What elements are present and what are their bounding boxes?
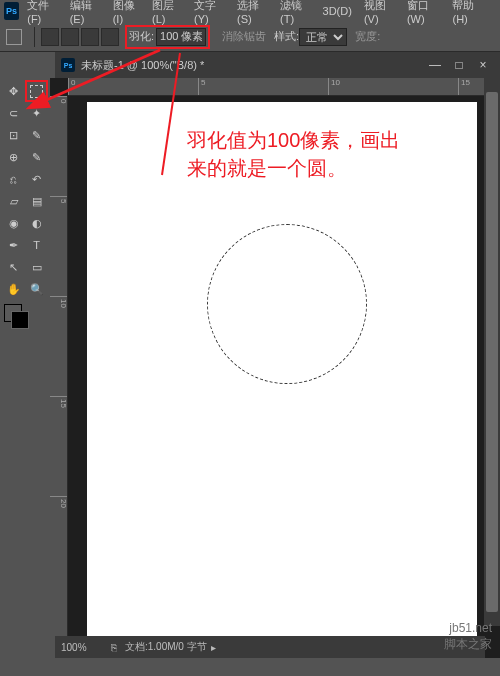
tool-zoom[interactable]: 🔍 [25, 278, 48, 300]
feather-input[interactable] [156, 28, 206, 46]
tool-eyedrop[interactable]: ✎ [25, 124, 48, 146]
win-close-button[interactable]: × [472, 58, 494, 72]
menu-type[interactable]: 文字(Y) [194, 0, 225, 25]
status-bar: ⎘ 文档:1.00M/0 字节 ▸ [55, 636, 485, 658]
sel-int-button[interactable] [101, 28, 119, 46]
ruler-vertical[interactable]: 0 5 10 15 20 [50, 96, 68, 658]
tool-path[interactable]: ↖ [2, 256, 25, 278]
feather-highlight: 羽化: [125, 25, 210, 49]
menu-layer[interactable]: 图层(L) [152, 0, 182, 25]
ruler-horizontal[interactable]: 0 5 10 15 [68, 78, 500, 96]
doc-logo: Ps [61, 58, 75, 72]
menu-filter[interactable]: 滤镜(T) [280, 0, 310, 25]
menu-window[interactable]: 窗口(W) [407, 0, 441, 25]
menu-help[interactable]: 帮助(H) [452, 0, 484, 25]
style-select[interactable]: 正常 [299, 28, 347, 46]
tool-brush[interactable]: ✎ [25, 146, 48, 168]
style-label: 样式: [274, 29, 299, 44]
tool-pen[interactable]: ✒ [2, 234, 25, 256]
fg-swatch[interactable] [4, 304, 22, 322]
width-label: 宽度: [355, 29, 380, 44]
tool-stamp[interactable]: ⎌ [2, 168, 25, 190]
active-tool-icon[interactable] [6, 29, 22, 45]
tool-shape[interactable]: ▭ [25, 256, 48, 278]
menu-image[interactable]: 图像(I) [113, 0, 140, 25]
tool-lasso[interactable]: ⊂ [2, 102, 25, 124]
sel-sub-button[interactable] [81, 28, 99, 46]
watermark: jb51.net 脚本之家 [444, 620, 492, 652]
tool-grad[interactable]: ▤ [25, 190, 48, 212]
scroll-thumb[interactable] [486, 92, 498, 612]
feather-label: 羽化: [129, 29, 154, 44]
tool-crop[interactable]: ⊡ [2, 124, 25, 146]
menu-edit[interactable]: 编辑(E) [70, 0, 101, 25]
menu-select[interactable]: 选择(S) [237, 0, 268, 25]
win-max-button[interactable]: □ [448, 58, 470, 72]
tool-heal[interactable]: ⊕ [2, 146, 25, 168]
sel-add-button[interactable] [61, 28, 79, 46]
selection-marquee [207, 224, 367, 384]
tool-dodge[interactable]: ◐ [25, 212, 48, 234]
tool-eraser[interactable]: ▱ [2, 190, 25, 212]
tool-wand[interactable]: ✦ [25, 102, 48, 124]
toolbox: ✥ ⊂✦ ⊡✎ ⊕✎ ⎌↶ ▱▤ ◉◐ ✒T ↖▭ ✋🔍 [0, 78, 50, 658]
menu-view[interactable]: 视图(V) [364, 0, 395, 25]
win-min-button[interactable]: — [424, 58, 446, 72]
scrollbar-vertical[interactable] [484, 78, 500, 626]
menu-3d[interactable]: 3D(D) [323, 5, 352, 17]
menu-file[interactable]: 文件(F) [27, 0, 57, 25]
tool-type[interactable]: T [25, 234, 48, 256]
app-logo: Ps [4, 2, 19, 20]
doc-title: 未标题-1 @ 100%("B/8) * [81, 58, 422, 73]
annotation-text: 羽化值为100像素，画出 来的就是一个圆。 [187, 126, 400, 182]
workspace: 0 5 10 15 0 5 10 15 20 羽化值为100像素，画出 来的就是… [50, 78, 500, 658]
doc-size: 文档:1.00M/0 字节 [125, 640, 207, 654]
tool-marquee[interactable] [25, 80, 48, 102]
zoom-input[interactable] [61, 642, 103, 653]
tool-history[interactable]: ↶ [25, 168, 48, 190]
tool-blur[interactable]: ◉ [2, 212, 25, 234]
document-page[interactable]: 羽化值为100像素，画出 来的就是一个圆。 [87, 102, 477, 644]
bg-swatch[interactable] [11, 311, 29, 329]
sel-new-button[interactable] [41, 28, 59, 46]
tool-hand[interactable]: ✋ [2, 278, 25, 300]
antialias-label: 消除锯齿 [222, 29, 266, 44]
canvas-area[interactable]: 羽化值为100像素，画出 来的就是一个圆。 [68, 96, 500, 658]
marquee-icon [30, 85, 43, 98]
tool-move[interactable]: ✥ [2, 80, 25, 102]
